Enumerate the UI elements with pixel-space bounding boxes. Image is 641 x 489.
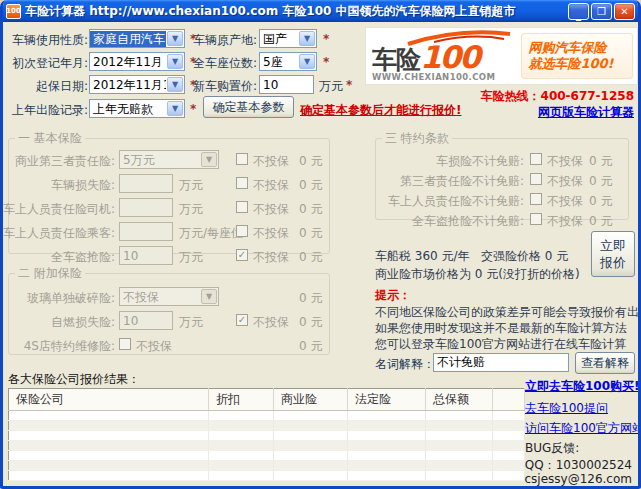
table-cell xyxy=(274,411,348,421)
table-cell xyxy=(209,451,274,461)
table-cell xyxy=(493,421,525,431)
no-insure-checkbox xyxy=(236,201,248,213)
chevron-down-icon[interactable]: ▼ xyxy=(299,31,315,46)
table-cell xyxy=(209,441,274,451)
logo-url: WWW.CHEXIAN100.COM xyxy=(372,72,495,82)
new-price-label: 新车购置价: xyxy=(193,78,257,95)
logo-number: 100 xyxy=(420,39,479,75)
chevron-down-icon[interactable]: ▼ xyxy=(167,31,183,46)
table-cell xyxy=(348,431,426,441)
confirm-params-button[interactable]: 确定基本参数 xyxy=(203,96,294,118)
bug-feedback-label: BUG反馈: xyxy=(525,440,579,457)
minimize-button[interactable]: _ xyxy=(568,3,589,20)
buy-now-link[interactable]: 立即去车险100购买! xyxy=(525,378,640,395)
close-icon: ✕ xyxy=(620,6,628,17)
results-table[interactable]: 保险公司 折扣 商业险 法定险 总保额 xyxy=(8,388,525,481)
no-insure-label: 不投保 xyxy=(547,193,583,210)
origin-select[interactable]: 国产 ▼ xyxy=(259,29,317,48)
table-row xyxy=(9,421,525,431)
first-reg-select[interactable]: 2012年11月 ▼ xyxy=(89,52,185,71)
ask-question-link[interactable]: 去车险100提问 xyxy=(525,400,608,417)
web-calculator-link[interactable]: 网页版车险计算器 xyxy=(538,104,634,121)
col-statutory: 法定险 xyxy=(348,389,426,411)
chevron-down-icon[interactable]: ▼ xyxy=(167,54,183,69)
col-commercial: 商业险 xyxy=(274,389,348,411)
table-cell xyxy=(493,431,525,441)
row-label: 4S店特约维修险: xyxy=(0,338,115,355)
chevron-down-icon: ▼ xyxy=(201,289,217,304)
brand-box: 车险100 WWW.CHEXIAN100.COM 网购汽车保险 就选车险100! xyxy=(365,27,638,85)
row-label: 全车盗抢险不计免赔: xyxy=(378,213,524,230)
table-cell xyxy=(209,421,274,431)
table-row xyxy=(9,441,525,451)
term-input[interactable] xyxy=(433,353,569,372)
checkbox-mark: ✓ xyxy=(238,250,246,260)
table-cell xyxy=(426,471,493,481)
table-cell xyxy=(209,411,274,421)
seats-select[interactable]: 5座 ▼ xyxy=(259,52,317,71)
table-cell xyxy=(348,411,426,421)
row-label: 商业第三者责任险: xyxy=(0,153,115,170)
table-cell xyxy=(9,451,209,461)
no-insure-label: 不投保 xyxy=(547,213,583,230)
table-cell xyxy=(209,471,274,481)
chevron-down-icon[interactable]: ▼ xyxy=(299,54,315,69)
chevron-down-icon[interactable]: ▼ xyxy=(167,101,183,116)
no-insure-checkbox: ✓ xyxy=(236,249,248,261)
usage-select[interactable]: 家庭自用汽车 ▼ xyxy=(89,29,185,48)
start-date-select[interactable]: 2012年11月15日 ▼ xyxy=(89,75,185,94)
col-total: 总保额 xyxy=(426,389,493,411)
visit-site-link[interactable]: 访问车险100官方网站 xyxy=(525,420,641,437)
col-insurer: 保险公司 xyxy=(9,389,209,411)
table-cell xyxy=(348,471,426,481)
table-cell xyxy=(9,411,209,421)
quote-now-button[interactable]: 立即 报价 xyxy=(591,231,635,277)
table-cell xyxy=(274,441,348,451)
window-title: 车险计算器 http://www.chexian100.com 车险100 中国… xyxy=(25,3,568,20)
col-empty xyxy=(493,389,525,411)
first-reg-value: 2012年11月 xyxy=(90,54,166,70)
required-mark: * xyxy=(190,102,196,116)
required-mark: * xyxy=(323,55,329,69)
table-cell xyxy=(426,411,493,421)
maximize-button[interactable]: ❐ xyxy=(591,3,612,20)
record-value: 上年无赔款 xyxy=(90,101,166,117)
no-insure-checkbox[interactable] xyxy=(119,338,131,350)
minimize-icon: _ xyxy=(576,9,581,20)
seats-label: 全车座位数: xyxy=(193,55,257,72)
market-price-text: 商业险市场价格为 0 元(没打折的价格) xyxy=(375,266,580,283)
no-insure-label: 不投保 xyxy=(253,177,289,194)
usage-value: 家庭自用汽车 xyxy=(90,31,166,47)
row-label: 车辆损失险: xyxy=(0,177,115,194)
logo-text: 车险 xyxy=(372,45,420,74)
special-clauses-legend: 三 特约条款 xyxy=(382,130,452,147)
addon-insurance-legend: 二 附加保险 xyxy=(15,265,85,282)
required-mark: * xyxy=(323,32,329,46)
row-label: 车损险不计免赔: xyxy=(378,153,524,170)
tip-line-3: 您可以登录车险100官方网站进行在线车险计算 xyxy=(375,336,626,353)
new-price-input[interactable] xyxy=(259,75,314,94)
no-insure-checkbox xyxy=(530,193,542,205)
chevron-down-icon[interactable]: ▼ xyxy=(167,77,183,92)
amount: 0 元 xyxy=(299,153,322,170)
col-discount: 折扣 xyxy=(209,389,274,411)
table-cell xyxy=(274,471,348,481)
app-icon: 100 xyxy=(6,4,21,19)
row-label: 车上人员责任险不计免赔: xyxy=(378,193,524,210)
amount: 0 元 xyxy=(299,338,322,355)
amount: 0 元 xyxy=(299,249,322,266)
unit: 万元 xyxy=(179,201,203,218)
record-select[interactable]: 上年无赔款 ▼ xyxy=(89,99,185,118)
table-cell xyxy=(348,441,426,451)
table-cell xyxy=(9,441,209,451)
close-button[interactable]: ✕ xyxy=(614,3,635,20)
table-cell xyxy=(493,471,525,481)
unit: 万元 xyxy=(179,249,203,266)
slogan-line2: 就选车险100! xyxy=(528,56,632,72)
tax-line: 车船税 360 元/年 交强险价格 0 元 xyxy=(375,248,568,265)
special-clauses-group: 三 特约条款 车损险不计免赔: 不投保 0 元 第三者责任险不计免赔: 不投保 … xyxy=(375,130,629,220)
no-insure-checkbox xyxy=(530,153,542,165)
view-explanation-button[interactable]: 查看解释 xyxy=(575,352,635,374)
third-party-select: 5万元 ▼ xyxy=(119,150,219,169)
table-cell xyxy=(274,421,348,431)
